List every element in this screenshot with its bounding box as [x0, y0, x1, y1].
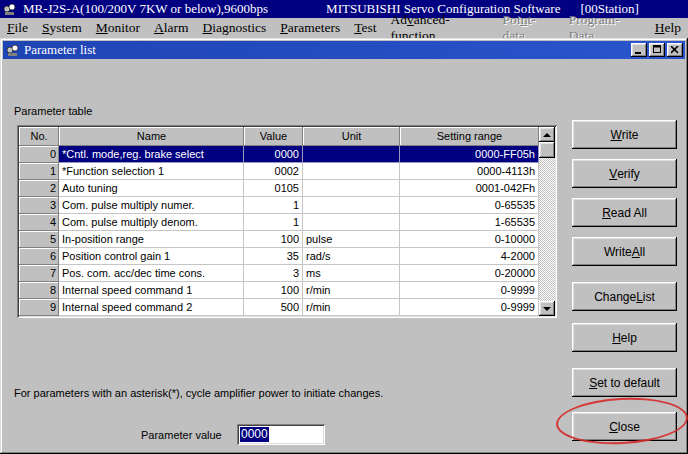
row-number-cell[interactable]: 5: [19, 231, 59, 248]
menu-item-file[interactable]: File: [0, 19, 35, 37]
minimize-button[interactable]: [631, 43, 647, 57]
setting-range-cell[interactable]: 0-65535: [400, 197, 539, 214]
table-row[interactable]: 8Internal speed command 1100r/min0-9999: [19, 282, 539, 299]
table-header-row: No.NameValueUnitSetting range: [19, 127, 539, 146]
read-all-button[interactable]: Read All: [572, 198, 677, 227]
table-row[interactable]: 2Auto tuning01050001-042Fh: [19, 180, 539, 197]
parameter-value-text: 0000: [240, 427, 269, 442]
scrollbar-thumb[interactable]: [539, 142, 555, 158]
table-row[interactable]: 0*Cntl. mode,reg. brake select00000000-F…: [19, 146, 539, 163]
value-cell[interactable]: 0000: [244, 146, 303, 163]
table-row[interactable]: 7Pos. com. acc/dec time cons.3ms0-20000: [19, 265, 539, 282]
table-row[interactable]: 9Internal speed command 2500r/min0-9999: [19, 299, 539, 316]
setting-range-cell[interactable]: 0-10000: [400, 231, 539, 248]
value-cell[interactable]: 1: [244, 214, 303, 231]
column-header-setting-range: Setting range: [400, 127, 539, 146]
setting-range-cell[interactable]: 0001-042Fh: [400, 180, 539, 197]
value-cell[interactable]: 35: [244, 248, 303, 265]
vertical-scrollbar[interactable]: [539, 127, 555, 316]
unit-cell[interactable]: [303, 197, 400, 214]
table-row[interactable]: 3Com. pulse multiply numer.10-65535: [19, 197, 539, 214]
unit-cell[interactable]: [303, 214, 400, 231]
parameter-list-window: Parameter list Parameter table File name…: [0, 38, 688, 454]
menu-item-monitor[interactable]: Monitor: [89, 19, 147, 37]
row-number-cell[interactable]: 7: [19, 265, 59, 282]
write-all-button[interactable]: Write All: [572, 237, 677, 266]
verify-button[interactable]: Verify: [572, 159, 677, 188]
table-row[interactable]: 1*Function selection 100020000-4113h: [19, 163, 539, 180]
name-cell[interactable]: Pos. com. acc/dec time cons.: [59, 265, 244, 282]
close-button[interactable]: [667, 43, 683, 57]
value-cell[interactable]: 100: [244, 282, 303, 299]
parameter-list-icon: [6, 44, 20, 57]
help-button[interactable]: Help: [572, 323, 677, 352]
setting-range-cell[interactable]: 0-20000: [400, 265, 539, 282]
unit-cell[interactable]: r/min: [303, 282, 400, 299]
parameter-value-label: Parameter value: [141, 429, 222, 441]
value-cell[interactable]: 100: [244, 231, 303, 248]
scroll-up-button[interactable]: [539, 127, 555, 142]
unit-cell[interactable]: ms: [303, 265, 400, 282]
write-button[interactable]: Write: [572, 120, 677, 149]
menu-item-test[interactable]: Test: [347, 19, 383, 37]
close-button[interactable]: Close: [572, 412, 677, 441]
menu-item-alarm[interactable]: Alarm: [147, 19, 196, 37]
table-row[interactable]: 5In-position range100pulse0-10000: [19, 231, 539, 248]
window-controls: [631, 43, 683, 57]
restore-icon: [653, 42, 662, 58]
column-header-name: Name: [59, 127, 244, 146]
setting-range-cell[interactable]: 1-65535: [400, 214, 539, 231]
row-number-cell[interactable]: 2: [19, 180, 59, 197]
row-number-cell[interactable]: 8: [19, 282, 59, 299]
setting-range-cell[interactable]: 0-9999: [400, 299, 539, 316]
setting-range-cell[interactable]: 0-9999: [400, 282, 539, 299]
row-number-cell[interactable]: 4: [19, 214, 59, 231]
table-row[interactable]: 4Com. pulse multiply denom.11-65535: [19, 214, 539, 231]
value-cell[interactable]: 3: [244, 265, 303, 282]
close-icon: [671, 42, 679, 58]
asterisk-note: For parameters with an asterisk(*), cycl…: [14, 387, 383, 399]
row-number-cell[interactable]: 9: [19, 299, 59, 316]
value-cell[interactable]: 0105: [244, 180, 303, 197]
change-list-button[interactable]: Change List: [572, 282, 677, 311]
name-cell[interactable]: Com. pulse multiply denom.: [59, 214, 244, 231]
name-cell[interactable]: Internal speed command 2: [59, 299, 244, 316]
name-cell[interactable]: In-position range: [59, 231, 244, 248]
name-cell[interactable]: *Cntl. mode,reg. brake select: [59, 146, 244, 163]
value-cell[interactable]: 0002: [244, 163, 303, 180]
set-to-default-button[interactable]: Set to default: [572, 368, 677, 397]
value-cell[interactable]: 500: [244, 299, 303, 316]
value-cell[interactable]: 1: [244, 197, 303, 214]
unit-cell[interactable]: r/min: [303, 299, 400, 316]
parameter-value-input[interactable]: 0000: [237, 424, 325, 445]
minimize-icon: [635, 42, 643, 58]
row-number-cell[interactable]: 1: [19, 163, 59, 180]
column-header-value: Value: [244, 127, 303, 146]
menu-item-diagnostics[interactable]: Diagnostics: [196, 19, 274, 37]
unit-cell[interactable]: pulse: [303, 231, 400, 248]
unit-cell[interactable]: [303, 180, 400, 197]
name-cell[interactable]: Auto tuning: [59, 180, 244, 197]
setting-range-cell[interactable]: 0000-4113h: [400, 163, 539, 180]
row-number-cell[interactable]: 0: [19, 146, 59, 163]
setting-range-cell[interactable]: 4-2000: [400, 248, 539, 265]
name-cell[interactable]: Com. pulse multiply numer.: [59, 197, 244, 214]
setting-range-cell[interactable]: 0000-FF05h: [400, 146, 539, 163]
menu-item-system[interactable]: System: [35, 19, 89, 37]
name-cell[interactable]: *Function selection 1: [59, 163, 244, 180]
row-number-cell[interactable]: 3: [19, 197, 59, 214]
scroll-down-button[interactable]: [539, 301, 555, 316]
restore-button[interactable]: [649, 43, 665, 57]
unit-cell[interactable]: [303, 146, 400, 163]
application-window: MR-J2S-A(100/200V 7KW or below),9600bps …: [0, 0, 688, 454]
row-number-cell[interactable]: 6: [19, 248, 59, 265]
table-row[interactable]: 6Position control gain 135rad/s4-2000: [19, 248, 539, 265]
name-cell[interactable]: Internal speed command 1: [59, 282, 244, 299]
child-titlebar: Parameter list: [3, 41, 685, 59]
unit-cell[interactable]: [303, 163, 400, 180]
menu-item-help[interactable]: Help: [648, 19, 688, 37]
unit-cell[interactable]: rad/s: [303, 248, 400, 265]
menu-item-parameters[interactable]: Parameters: [273, 19, 347, 37]
column-header-unit: Unit: [303, 127, 400, 146]
name-cell[interactable]: Position control gain 1: [59, 248, 244, 265]
